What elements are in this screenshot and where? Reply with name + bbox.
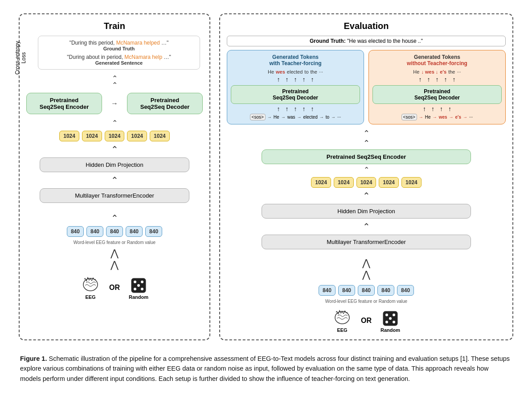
- train-text-boxes: "During this period, McNamara helped …" …: [38, 36, 200, 70]
- no-tf-arrows-up: ↑↑↑↑↑: [372, 76, 502, 83]
- eval-ground-truth-bar: Ground Truth: "He was elected to the hou…: [227, 36, 506, 46]
- random-label: Random: [129, 294, 148, 300]
- eval-chip-840-1: 840: [319, 285, 336, 296]
- decoder-box: PretrainedSeq2Seq Decoder: [127, 93, 203, 114]
- no-tf-title: Generated Tokens without Teacher-forcing: [372, 54, 502, 66]
- fig-label: Figure 1.: [20, 355, 47, 362]
- no-tf-decoder-inner: PretrainedSeq2Seq Decoder: [372, 85, 502, 104]
- tf-sos-row: <sos> → He → was → elected → to → ···: [231, 114, 360, 120]
- svg-point-12: [393, 321, 395, 323]
- ground-truth-quote: "During this period, McNamara helped …": [44, 40, 194, 46]
- arrow-enc-dec: →: [111, 99, 118, 107]
- generated-label: Generated Sentence: [44, 60, 194, 66]
- diagrams-row: Cross-entropyLoss Train "During this per…: [9, 9, 523, 345]
- train-eeg-icon: EEG: [81, 276, 100, 300]
- eval-or-text: OR: [361, 317, 372, 325]
- eval-arrow-up-1: ⌃: [364, 165, 369, 174]
- svg-point-3: [141, 281, 143, 283]
- eval-decoders-row: Generated Tokens with Teacher-forcing He…: [227, 50, 506, 124]
- tf-arrows-up-2: ↑↑↑↑↑: [231, 106, 360, 113]
- train-title: Train: [104, 21, 125, 31]
- chip-1024-2: 1024: [82, 131, 102, 141]
- eval-chip-1024-1: 1024: [311, 177, 331, 188]
- train-eeg-row: EEG OR Random: [81, 276, 148, 300]
- chip-840-3: 840: [106, 226, 123, 237]
- chip-840-4: 840: [126, 226, 143, 237]
- train-or-text: OR: [109, 284, 120, 292]
- tf-title: Generated Tokens with Teacher-forcing: [231, 54, 360, 66]
- eval-chip-840-2: 840: [338, 285, 355, 296]
- eeg-label: EEG: [81, 294, 100, 300]
- ground-truth-label: Ground Truth: [44, 46, 194, 51]
- svg-point-0: [83, 278, 98, 291]
- tf-decoder-inner: PretrainedSeq2Seq Decoder: [231, 85, 360, 104]
- arrow-up-3: ⌃: [112, 119, 118, 127]
- eval-title: Evaluation: [344, 21, 389, 31]
- eval-arrow-double-1: ⌃⌃: [363, 128, 370, 148]
- caption: Figure 1. Schematic illustration of the …: [9, 354, 521, 384]
- no-tf-sos-row: <sos> → He → wes → e's → ···: [372, 114, 502, 120]
- eval-chip-840-3: 840: [358, 285, 375, 296]
- train-eeg-chips-row: 840 840 840 840 840: [67, 226, 162, 237]
- tf-arrows-up: ↑↑↑↑↑: [231, 76, 360, 83]
- arrow-up-2: ⌃: [112, 81, 118, 89]
- svg-point-13: [389, 317, 392, 320]
- transformer-box: Multilayer TransformerEncoder: [40, 188, 190, 203]
- eval-dice-icon: [381, 309, 400, 326]
- main-container: Cross-entropyLoss Train "During this per…: [9, 9, 523, 384]
- generated-quote: "During about in period, McNamara help ……: [44, 54, 194, 60]
- eval-eeg-label-text: EEG: [332, 327, 352, 333]
- eeg-brain-icon: [81, 276, 100, 293]
- enc-dec-row: PretrainedSeq2Seq Encoder → PretrainedSe…: [26, 93, 203, 114]
- eval-chip-1024-2: 1024: [334, 177, 354, 188]
- eval-hidden-dim-box: Hidden Dim Projection: [262, 204, 471, 219]
- eval-chip-840-5: 840: [397, 285, 414, 296]
- transformer-container: Multilayer TransformerEncoder: [40, 188, 190, 203]
- cross-entropy-label: Cross-entropyLoss: [14, 41, 27, 74]
- eval-eeg-chips-row: 840 840 840 840 840: [319, 285, 414, 296]
- eval-transformer-container: Multilayer TransformerEncoder: [262, 235, 471, 249]
- svg-point-10: [393, 314, 395, 316]
- svg-point-7: [335, 311, 349, 324]
- eval-eeg-label: Word-level EEG feature or Random value: [325, 299, 407, 304]
- encoder-box: PretrainedSeq2Seq Encoder: [26, 93, 102, 114]
- chip-840-2: 840: [86, 226, 103, 237]
- eval-chip-840-4: 840: [377, 285, 394, 296]
- chip-1024-5: 1024: [150, 131, 170, 141]
- eval-arrow-double-2: ⌃: [363, 190, 370, 201]
- svg-point-9: [385, 314, 388, 316]
- chip-1024-4: 1024: [127, 131, 147, 141]
- arrow-double-1: ⌃: [111, 144, 119, 155]
- no-tf-arrows-up-2: ↑↑↑↑: [372, 106, 502, 113]
- train-random-icon: Random: [129, 276, 148, 300]
- dice-icon: [129, 276, 148, 293]
- caption-text: Schematic illustration of the pipeline f…: [20, 355, 510, 382]
- chip-840-1: 840: [67, 226, 84, 237]
- eval-chip-1024-3: 1024: [356, 177, 376, 188]
- chip-840-5: 840: [145, 226, 162, 237]
- tf-decoder-box: Generated Tokens with Teacher-forcing He…: [227, 50, 364, 124]
- svg-point-5: [141, 288, 143, 290]
- chip-1024-1: 1024: [59, 131, 79, 141]
- eval-random-label-text: Random: [381, 327, 400, 333]
- svg-point-6: [137, 284, 140, 287]
- eval-encoder-box: Pretrained Seq2Seq Encoder: [262, 149, 471, 164]
- svg-point-2: [134, 281, 136, 283]
- eval-chip-1024-4: 1024: [379, 177, 399, 188]
- big-arrow-up: ⋀⋀: [110, 248, 119, 271]
- arrow-double-3: ⌃: [111, 213, 119, 223]
- no-tf-decoder-box: Generated Tokens without Teacher-forcing…: [368, 50, 506, 124]
- no-tf-tokens: He ↓ wes ↓ e's the ···: [372, 69, 502, 74]
- chip-1024-3: 1024: [105, 131, 125, 141]
- tf-tokens: He wes elected to the ···: [231, 69, 360, 74]
- arrow-double-2: ⌃: [111, 175, 119, 186]
- eval-big-arrow-up: ⋀⋀: [362, 257, 370, 281]
- eval-eeg-row: EEG OR Random: [332, 309, 400, 333]
- eval-chips-row: 1024 1024 1024 1024 1024: [311, 177, 422, 188]
- eval-arrow-double-3: ⌃: [363, 221, 370, 232]
- eval-transformer-box: Multilayer TransformerEncoder: [262, 235, 471, 249]
- hidden-dim-box: Hidden Dim Projection: [40, 157, 190, 172]
- train-eeg-label: Word-level EEG feature or Random value: [74, 240, 156, 245]
- svg-point-11: [385, 321, 388, 323]
- eval-panel: Evaluation Ground Truth: "He was elected…: [219, 13, 513, 340]
